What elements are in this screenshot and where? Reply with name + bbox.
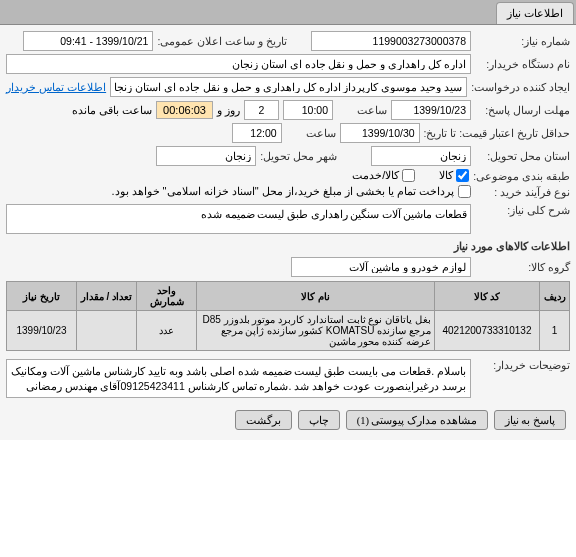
th-date: تاریخ نیاز <box>7 282 77 311</box>
purchase-type-text: پرداخت تمام یا بخشی از مبلغ خرید،از محل … <box>111 185 454 198</box>
goods-check-label: کالا <box>439 169 453 182</box>
content-panel: شماره نیاز: تاریخ و ساعت اعلان عمومی: نا… <box>0 25 576 440</box>
reply-button[interactable]: پاسخ به نیاز <box>494 410 566 430</box>
th-code: کد کالا <box>435 282 540 311</box>
goods-checkbox[interactable] <box>456 169 469 182</box>
buyer-notes-label: توضیحات خریدار: <box>475 359 570 371</box>
td-name: بغل یاتاقان نوع ثابت استاندارد کاربرد مو… <box>197 311 435 351</box>
th-qty: تعداد / مقدار <box>77 282 137 311</box>
delivery-city <box>156 146 256 166</box>
th-unit: واحد شمارش <box>137 282 197 311</box>
budget-label: طبقه بندی موضوعی: <box>473 170 570 182</box>
validity-label: حداقل تاریخ اعتبار قیمت: تا تاریخ: <box>424 127 570 139</box>
buyer-contact-link[interactable]: اطلاعات تماس خریدار <box>6 81 106 94</box>
th-name: نام کالا <box>197 282 435 311</box>
table-row: 1 4021200733310132 بغل یاتاقان نوع ثابت … <box>7 311 570 351</box>
print-button[interactable]: چاپ <box>298 410 340 430</box>
deadline-time <box>283 100 333 120</box>
purchase-type-checkbox[interactable] <box>458 185 471 198</box>
td-idx: 1 <box>540 311 570 351</box>
purchase-type-label: نوع فرآیند خرید : <box>475 186 570 198</box>
days-label: روز و <box>217 104 240 117</box>
org-value <box>6 54 471 74</box>
announce-value <box>23 31 153 51</box>
back-button[interactable]: برگشت <box>235 410 292 430</box>
items-table: ردیف کد کالا نام کالا واحد شمارش تعداد /… <box>6 281 570 351</box>
desc-label: شرح کلی نیاز: <box>475 204 570 216</box>
validity-date <box>340 123 420 143</box>
service-checkbox-field: کالا/خدمت <box>352 169 415 182</box>
goods-checkbox-field: کالا <box>439 169 469 182</box>
items-section-title: اطلاعات کالاهای مورد نیاز <box>6 240 570 253</box>
buyer-notes: باسلام .قطعات می بایست طبق لیست ضمیمه شد… <box>6 359 471 398</box>
group-label: گروه کالا: <box>475 261 570 273</box>
tabs-bar: اطلاعات نیاز <box>0 0 576 25</box>
creator-value <box>110 77 467 97</box>
group-value <box>291 257 471 277</box>
need-number-label: شماره نیاز: <box>475 35 570 47</box>
delivery-state-label: استان محل تحویل: <box>475 150 570 162</box>
validity-time <box>232 123 282 143</box>
td-date: 1399/10/23 <box>7 311 77 351</box>
service-checkbox[interactable] <box>402 169 415 182</box>
delivery-state <box>371 146 471 166</box>
footer-buttons: پاسخ به نیاز مشاهده مدارک پیوستی (1) چاپ… <box>6 406 570 434</box>
td-qty <box>77 311 137 351</box>
th-row: ردیف <box>540 282 570 311</box>
announce-label: تاریخ و ساعت اعلان عمومی: <box>157 35 287 47</box>
tab-need-info[interactable]: اطلاعات نیاز <box>496 2 574 24</box>
delivery-city-label: شهر محل تحویل: <box>260 150 337 162</box>
deadline-label: مهلت ارسال پاسخ: <box>475 104 570 116</box>
desc-textarea: قطعات ماشین آلات سنگین راهداری طبق لیست … <box>6 204 471 234</box>
service-check-label: کالا/خدمت <box>352 169 399 182</box>
td-unit: عدد <box>137 311 197 351</box>
deadline-date <box>391 100 471 120</box>
attachments-button[interactable]: مشاهده مدارک پیوستی (1) <box>346 410 488 430</box>
days-value <box>244 100 279 120</box>
creator-label: ایجاد کننده درخواست: <box>471 81 570 93</box>
validity-time-label: ساعت <box>286 127 336 139</box>
td-code: 4021200733310132 <box>435 311 540 351</box>
need-number <box>311 31 471 51</box>
remaining-label: ساعت باقی مانده <box>72 104 152 117</box>
deadline-time-label: ساعت <box>337 104 387 116</box>
org-label: نام دستگاه خریدار: <box>475 58 570 70</box>
countdown: 00:06:03 <box>156 101 213 119</box>
